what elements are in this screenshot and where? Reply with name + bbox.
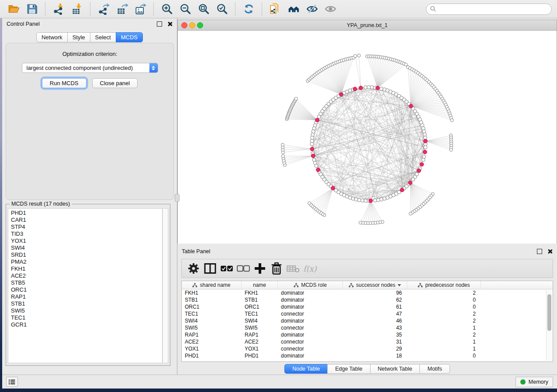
network-node[interactable] xyxy=(311,136,314,139)
tab-select[interactable]: Select xyxy=(90,32,116,42)
export-network-button[interactable] xyxy=(94,1,113,17)
network-node[interactable] xyxy=(450,148,453,151)
memory-button[interactable]: Memory xyxy=(515,377,553,387)
mcds-network-node[interactable] xyxy=(316,168,320,172)
run-mcds-button[interactable]: Run MCDS xyxy=(42,78,86,88)
mcds-network-node[interactable] xyxy=(423,139,427,143)
table-tab-network-table[interactable]: Network Table xyxy=(370,364,420,374)
tab-network[interactable]: Network xyxy=(36,32,68,42)
create-column-button[interactable] xyxy=(253,262,266,275)
table-row[interactable]: TEC1TEC1connector472 xyxy=(182,310,553,317)
import-network-button[interactable] xyxy=(49,1,68,17)
network-node[interactable] xyxy=(359,221,362,224)
column-header-name[interactable]: name xyxy=(242,281,278,289)
table-row[interactable]: ACE2ACE2connector311 xyxy=(182,338,553,345)
network-node[interactable] xyxy=(364,199,367,203)
tab-style[interactable]: Style xyxy=(67,32,90,42)
first-neighbors-button[interactable] xyxy=(284,1,303,17)
table-row[interactable]: SWI5SWI5connector431 xyxy=(182,324,553,331)
search-box[interactable] xyxy=(426,3,552,15)
mcds-network-node[interactable] xyxy=(353,87,357,91)
network-node[interactable] xyxy=(423,136,427,139)
network-window-titlebar[interactable]: YPA_prune.txt_1 xyxy=(178,20,557,31)
network-node[interactable] xyxy=(409,212,412,215)
table-row[interactable]: STB1STB1dominator620 xyxy=(182,296,553,303)
network-node[interactable] xyxy=(281,155,284,158)
mcds-network-node[interactable] xyxy=(423,150,427,154)
network-node[interactable] xyxy=(377,198,380,202)
table-row[interactable]: SWI4SWI4dominator462 xyxy=(182,317,553,324)
table-scrollbar[interactable] xyxy=(546,290,552,361)
table-row[interactable]: FKH1FKH1dominator962 xyxy=(182,289,553,296)
mcds-network-node[interactable] xyxy=(420,162,424,166)
export-table-button[interactable] xyxy=(113,1,131,17)
table-row[interactable]: RAP1RAP1dominator352 xyxy=(182,331,553,338)
mcds-result-item[interactable]: CAR1 xyxy=(8,217,162,224)
mcds-network-node[interactable] xyxy=(400,188,404,192)
table-row[interactable]: YOX1YOX1connector291 xyxy=(182,345,553,352)
mcds-result-item[interactable]: SRD1 xyxy=(8,251,162,258)
network-node[interactable] xyxy=(312,158,316,162)
network-node[interactable] xyxy=(294,97,298,100)
close-panel-icon[interactable] xyxy=(167,21,173,27)
network-node[interactable] xyxy=(354,55,357,58)
mcds-result-item[interactable]: RAP1 xyxy=(8,293,162,300)
network-node[interactable] xyxy=(374,199,377,202)
export-image-button[interactable] xyxy=(131,1,149,17)
mcds-result-item[interactable]: YOX1 xyxy=(8,237,162,244)
mcds-network-node[interactable] xyxy=(376,86,380,90)
mcds-result-item[interactable]: PHD1 xyxy=(8,210,162,217)
network-node[interactable] xyxy=(370,86,374,89)
mcds-result-item[interactable]: STB1 xyxy=(8,300,162,307)
network-node[interactable] xyxy=(281,143,284,146)
apply-layout-button[interactable] xyxy=(239,1,258,17)
network-node[interactable] xyxy=(412,178,415,181)
mcds-network-node[interactable] xyxy=(311,154,315,158)
mcds-result-item[interactable]: SWI5 xyxy=(8,307,162,314)
float-panel-icon[interactable] xyxy=(537,249,542,254)
network-node[interactable] xyxy=(404,63,407,66)
column-header-predecessor-nodes[interactable]: predecessor nodes xyxy=(407,281,481,289)
zoom-selected-button[interactable] xyxy=(213,1,231,17)
network-node[interactable] xyxy=(422,158,425,162)
network-node[interactable] xyxy=(357,54,360,57)
table-tab-motifs[interactable]: Motifs xyxy=(419,364,450,374)
mcds-result-item[interactable]: SWI4 xyxy=(8,244,162,251)
open-file-button[interactable] xyxy=(4,1,23,17)
table-tab-node-table[interactable]: Node Table xyxy=(284,364,328,374)
mcds-result-item[interactable]: TID3 xyxy=(8,230,162,237)
hide-selected-button[interactable] xyxy=(303,1,321,17)
mcds-network-node[interactable] xyxy=(359,86,363,90)
window-maximize-icon[interactable] xyxy=(197,22,203,28)
search-input[interactable] xyxy=(439,5,548,13)
network-node[interactable] xyxy=(367,86,370,89)
network-node[interactable] xyxy=(360,199,364,202)
mcds-result-item[interactable]: PMA2 xyxy=(8,258,162,265)
mcds-result-item[interactable]: STP4 xyxy=(8,224,162,230)
panel-splitter-handle[interactable] xyxy=(175,194,180,202)
result-list-scrollbar[interactable] xyxy=(163,208,168,363)
show-column-panel-button[interactable] xyxy=(204,262,217,275)
column-header-shared-name[interactable]: shared name xyxy=(182,281,242,289)
table-row[interactable]: ORC1ORC1dominator610 xyxy=(182,303,553,310)
mcds-result-item[interactable]: ORC1 xyxy=(8,286,162,293)
table-tab-edge-table[interactable]: Edge Table xyxy=(327,364,370,374)
mcds-result-item[interactable]: STB5 xyxy=(8,279,162,286)
network-node[interactable] xyxy=(364,86,367,89)
mcds-network-node[interactable] xyxy=(417,169,421,173)
zoom-in-button[interactable] xyxy=(158,1,176,17)
float-panel-icon[interactable] xyxy=(157,21,162,27)
column-header-successor-nodes[interactable]: successor nodes xyxy=(343,281,407,289)
mcds-network-node[interactable] xyxy=(310,147,314,151)
mcds-network-node[interactable] xyxy=(331,186,335,190)
optimization-criterion-select[interactable]: largest connected component (undirected) xyxy=(22,63,158,73)
mcds-network-node[interactable] xyxy=(339,93,343,96)
mcds-network-node[interactable] xyxy=(315,118,319,122)
network-node[interactable] xyxy=(310,142,314,146)
mcds-result-item[interactable]: TEC1 xyxy=(8,314,162,321)
task-history-button[interactable] xyxy=(6,377,18,387)
network-node[interactable] xyxy=(424,145,427,149)
network-canvas[interactable] xyxy=(178,31,557,244)
mcds-result-item[interactable]: GCR1 xyxy=(8,321,162,328)
table-scrollbar-thumb[interactable] xyxy=(547,294,551,331)
